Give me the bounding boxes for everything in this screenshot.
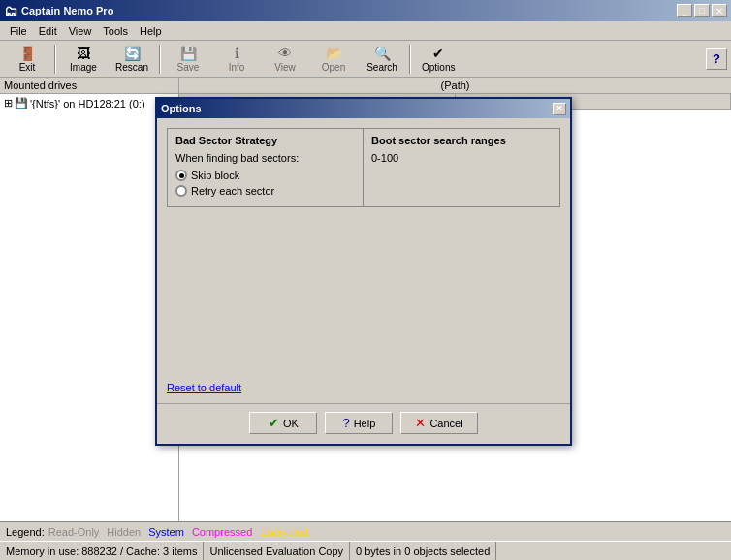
boot-sector-header: Boot sector search ranges xyxy=(371,135,552,146)
retry-sector-label: Retry each sector xyxy=(191,185,274,197)
dialog-grid: Bad Sector Strategy When finding bad sec… xyxy=(167,128,560,207)
cancel-label: Cancel xyxy=(429,418,462,429)
ok-icon: ✔ xyxy=(269,416,279,430)
bad-sector-cell: Bad Sector Strategy When finding bad sec… xyxy=(168,129,364,206)
help-button[interactable]: ? Help xyxy=(325,412,393,434)
skip-block-radio[interactable] xyxy=(175,170,187,181)
radio-group: Skip block Retry each sector xyxy=(175,170,355,197)
cancel-button[interactable]: ✕ Cancel xyxy=(400,412,477,434)
options-dialog: Options ✕ Bad Sector Strategy When findi… xyxy=(155,97,572,446)
dialog-buttons: ✔ OK ? Help ✕ Cancel xyxy=(157,403,570,444)
reset-to-default-link[interactable]: Reset to default xyxy=(167,382,560,393)
help-label: Help xyxy=(354,418,376,429)
when-finding-label: When finding bad sectors: xyxy=(175,152,355,164)
ok-label: OK xyxy=(283,418,299,429)
bad-sector-content: When finding bad sectors: Skip block Ret… xyxy=(175,152,355,197)
dialog-close-button[interactable]: ✕ xyxy=(553,103,566,115)
dialog-content: Bad Sector Strategy When finding bad sec… xyxy=(157,118,570,403)
skip-block-option[interactable]: Skip block xyxy=(175,170,355,181)
boot-sector-cell: Boot sector search ranges 0-100 xyxy=(364,129,559,206)
help-icon: ? xyxy=(342,416,349,430)
dialog-overlay: Options ✕ Bad Sector Strategy When findi… xyxy=(0,0,731,560)
skip-block-label: Skip block xyxy=(191,170,239,181)
boot-sector-value: 0-100 xyxy=(371,152,552,164)
bad-sector-header: Bad Sector Strategy xyxy=(175,135,355,146)
retry-sector-radio[interactable] xyxy=(175,185,187,197)
ok-button[interactable]: ✔ OK xyxy=(249,412,317,434)
retry-sector-option[interactable]: Retry each sector xyxy=(175,185,355,197)
dialog-title: Options xyxy=(161,103,202,114)
dialog-titlebar: Options ✕ xyxy=(157,99,570,118)
cancel-icon: ✕ xyxy=(415,416,426,430)
